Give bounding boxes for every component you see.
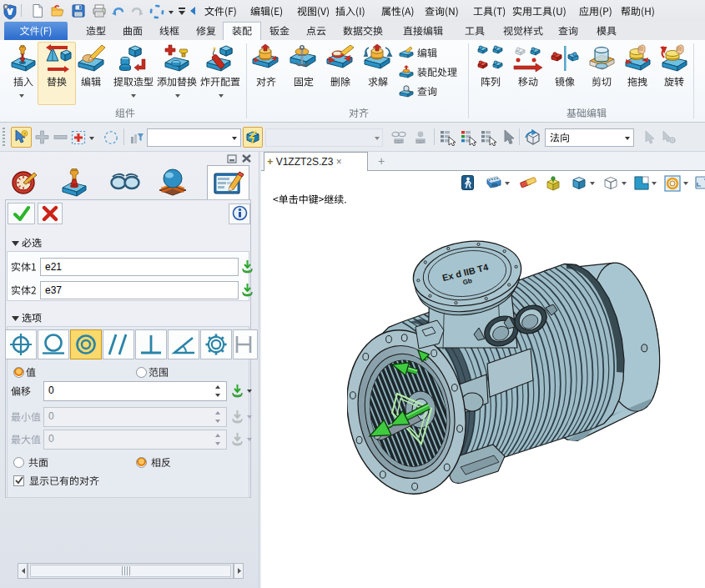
svg-text:DEF: DEF bbox=[395, 139, 403, 144]
svg-text:?: ? bbox=[23, 132, 26, 137]
svg-text:DEF: DEF bbox=[416, 139, 425, 144]
